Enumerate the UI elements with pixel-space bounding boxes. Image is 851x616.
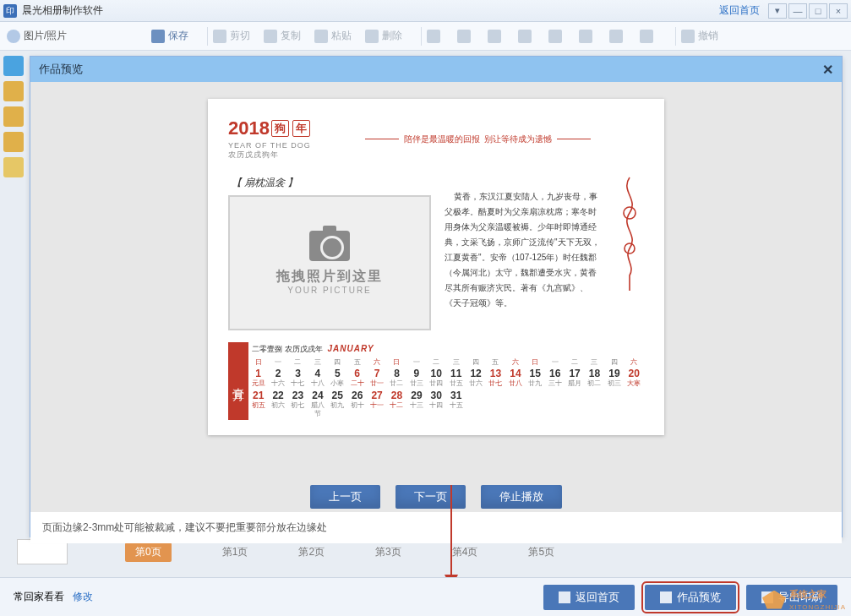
calendar-block: 壹月 二零壹捌 农历戊戌年JANUARY 日一二三四五六日一二三四五六日一二三四… (228, 342, 644, 420)
save-button[interactable]: 保存 (151, 29, 188, 43)
undo-button[interactable]: 撤销 (681, 29, 718, 43)
copy-icon (264, 30, 277, 43)
person-icon (7, 30, 20, 43)
calendar-page: 2018 狗 年 YEAR OF THE DOG农历戊戌狗年 陪伴是最温暖的回报… (208, 99, 664, 435)
photo-placeholder[interactable]: 拖拽照片到这里 YOUR PICTURE (228, 195, 431, 330)
camera-icon (309, 231, 350, 261)
year-badge: 2018 狗 年 (228, 117, 312, 139)
footer-bar: 常回家看看 修改 返回首页 作品预览 导出印刷 (0, 577, 851, 616)
decor-tool-icon[interactable] (3, 132, 24, 152)
modal-header: 作品预览 ✕ (30, 57, 842, 82)
star-tool-icon[interactable] (3, 157, 24, 177)
preview-icon (660, 591, 672, 603)
save-icon (151, 30, 165, 43)
home-icon (559, 591, 570, 603)
shape-tool-icon[interactable] (3, 81, 24, 101)
modify-link[interactable]: 修改 (73, 590, 93, 604)
left-tool-strip (0, 51, 27, 183)
settings-icon[interactable]: ▾ (768, 3, 787, 19)
titlebar: 印 晨光相册制作软件 返回首页 ▾ — □ × (0, 0, 851, 22)
frame-tool-icon[interactable] (3, 106, 24, 127)
decoration-knot (615, 174, 644, 330)
minimize-button[interactable]: — (788, 3, 807, 19)
modal-close-icon[interactable]: ✕ (822, 62, 833, 78)
next-page-button[interactable]: 下一页 (395, 485, 466, 509)
page-tab-2[interactable]: 第2页 (298, 545, 325, 559)
home-link[interactable]: 返回首页 (719, 3, 760, 18)
calendar-grid: 日一二三四五六日一二三四五六日一二三四六12345678910111213141… (248, 357, 644, 420)
page-tab-4[interactable]: 第4页 (452, 545, 478, 559)
preview-modal: 作品预览 ✕ 2018 狗 年 YEAR OF THE DOG农历戊戌狗年 陪伴… (30, 56, 843, 537)
copy-button[interactable]: 复制 (264, 29, 301, 43)
app-title: 晨光相册制作软件 (22, 3, 103, 18)
month-tag: 壹月 (228, 342, 248, 420)
watermark-logo-icon (762, 591, 786, 609)
delete-button[interactable]: 删除 (365, 29, 402, 43)
prev-page-button[interactable]: 上一页 (310, 485, 380, 509)
maximize-button[interactable]: □ (809, 3, 827, 19)
main-toolbar: 图片/照片 保存 剪切 复制 粘贴 删除 撤销 (0, 22, 851, 51)
undo-icon (681, 30, 695, 43)
footer-home-button[interactable]: 返回首页 (543, 585, 635, 610)
motto-text: 陪伴是最温暖的回报 别让等待成为遗憾 (312, 134, 644, 145)
story-body: 黄香，东汉江夏安陆人，九岁丧母，事父极孝。酷夏时为父亲扇凉枕席；寒冬时用身体为父… (445, 174, 602, 330)
page-tab-0[interactable]: 第0页 (125, 542, 172, 562)
tool-b[interactable] (457, 30, 474, 43)
cut-button[interactable]: 剪切 (213, 29, 250, 43)
modal-title: 作品预览 (39, 62, 83, 77)
stop-play-button[interactable]: 停止播放 (481, 485, 562, 509)
modal-footnote: 页面边缘2-3mm处可能被裁减，建议不要把重要部分放在边缘处 (30, 512, 842, 543)
close-button[interactable]: × (829, 3, 848, 19)
text-tool-icon[interactable] (3, 56, 24, 76)
tool-c[interactable] (488, 30, 505, 43)
footer-hint: 常回家看看 (14, 590, 64, 604)
photos-tab[interactable]: 图片/照片 (7, 29, 67, 43)
tool-e[interactable] (548, 30, 565, 43)
paste-button[interactable]: 粘贴 (314, 29, 352, 43)
modal-body: 2018 狗 年 YEAR OF THE DOG农历戊戌狗年 陪伴是最温暖的回报… (30, 82, 842, 475)
watermark: 系统之家XITONGZHIJIA (762, 588, 846, 611)
app-icon: 印 (3, 4, 17, 18)
page-tab-3[interactable]: 第3页 (375, 545, 401, 559)
tool-g[interactable] (609, 30, 626, 43)
story-title: 【 扇枕温衾 】 (232, 176, 431, 190)
tool-h[interactable] (640, 30, 657, 43)
page-tab-1[interactable]: 第1页 (222, 545, 248, 559)
tool-a[interactable] (427, 30, 444, 43)
tool-f[interactable] (579, 30, 596, 43)
delete-icon (365, 30, 379, 43)
cut-icon (213, 30, 226, 43)
paste-icon (314, 30, 328, 43)
footer-preview-button[interactable]: 作品预览 (645, 585, 736, 610)
page-tab-5[interactable]: 第5页 (528, 545, 554, 559)
modal-button-row: 上一页 下一页 停止播放 (30, 475, 842, 512)
tool-d[interactable] (518, 30, 535, 43)
